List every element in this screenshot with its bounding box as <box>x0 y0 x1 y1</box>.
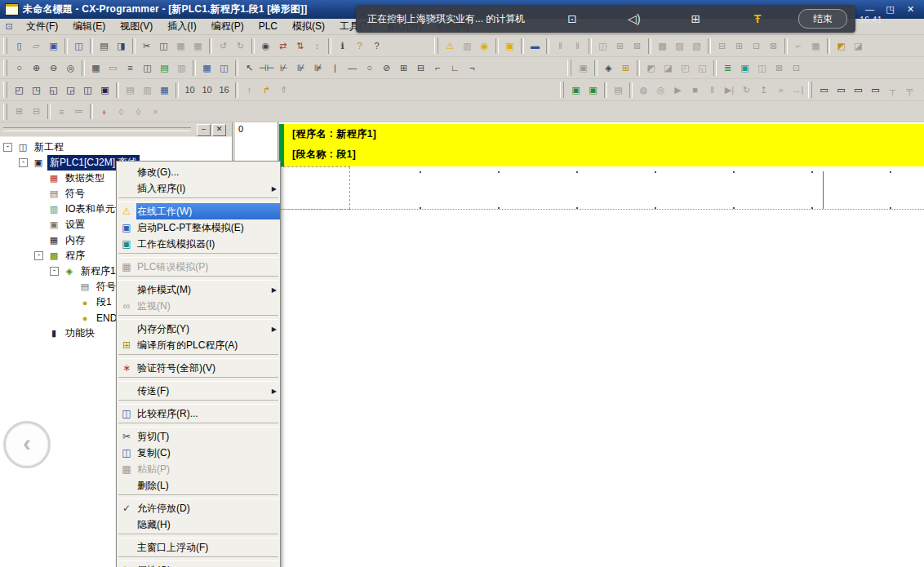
menu-item-start-plc-pt-simulation[interactable]: ▣ 启动PLC-PT整体模拟(E) <box>117 219 280 236</box>
watch-window-icon[interactable]: ⚠ <box>442 38 459 55</box>
decimal-display-icon[interactable]: 10 <box>181 82 198 99</box>
symbol-replace-icon[interactable]: ⇅ <box>291 38 309 55</box>
print-icon[interactable]: ▤ <box>96 38 113 55</box>
time-chart-icon[interactable]: ◩ <box>833 38 850 55</box>
menu-item-operation-mode[interactable]: 操作模式(M) ▶ <box>117 281 280 298</box>
end-session-button[interactable]: 结束 <box>798 9 847 29</box>
previous-window-icon[interactable]: ◫ <box>79 82 96 99</box>
menu-item-delete[interactable]: 删除(L) <box>117 477 280 494</box>
menu-item-insert-program[interactable]: 插入程序(I) ▶ <box>117 180 280 197</box>
hex-display-icon[interactable]: 16 <box>215 82 233 99</box>
replace-icon[interactable]: ⇄ <box>274 38 291 55</box>
context-help-icon[interactable]: ? <box>368 38 385 55</box>
block-end-icon[interactable]: ▭ <box>867 82 884 99</box>
vertical-line-icon[interactable]: | <box>327 60 344 77</box>
menu-item-compare-program[interactable]: ◫ 比较程序(R)... <box>117 405 280 422</box>
save-file-icon[interactable]: ▣ <box>45 38 62 55</box>
menu-item-verify-symbols-all[interactable]: ∗ 验证符号(全部)(V) <box>117 360 280 376</box>
block-program-icon[interactable]: ▭ <box>815 82 833 99</box>
tree-item-project[interactable]: - ◫ 新工程 <box>3 140 232 155</box>
menu-item-work-online-simulator[interactable]: ▣ 工作在线模拟器(I) <box>117 236 280 252</box>
compile-all-icon[interactable]: ⊞ <box>617 60 634 77</box>
ladder-cursor[interactable] <box>279 166 350 210</box>
menu-item-hide[interactable]: 隐藏(H) <box>117 516 280 533</box>
invert-icon[interactable]: ¬ <box>464 60 481 77</box>
tile-horizontal-icon[interactable]: ◳ <box>28 82 45 99</box>
zoom-tool-icon[interactable]: ○ <box>11 60 28 77</box>
zoom-in-icon[interactable]: ⊕ <box>28 60 45 77</box>
address-up-icon[interactable]: ↑ <box>241 82 258 99</box>
new-coil-icon[interactable]: ○ <box>361 60 378 77</box>
menu-item-memory-allocation[interactable]: 内存分配(Y) ▶ <box>117 321 280 337</box>
cascade-windows-icon[interactable]: ◰ <box>11 82 28 99</box>
menu-item-transfer[interactable]: 传送(F) ▶ <box>117 383 280 399</box>
symbol-table-icon[interactable]: ▤ <box>156 60 173 77</box>
menu-item-properties[interactable]: ✎ 属性(O) <box>117 562 280 567</box>
menu-item-allow-docking[interactable]: ✓ 允许停放(D) <box>117 500 280 516</box>
grid-view-icon[interactable]: ▦ <box>156 82 173 99</box>
minimize-button[interactable]: — <box>863 3 877 16</box>
panel-pin-button[interactable]: – <box>197 124 211 136</box>
ladder-view-icon[interactable]: ◫ <box>215 60 233 77</box>
zoom-fit-icon[interactable]: ◎ <box>62 60 79 77</box>
copy-icon[interactable]: ◫ <box>155 38 172 55</box>
watch-sheet-icon[interactable]: ▣ <box>736 60 753 77</box>
find-warning-icon[interactable]: ◉ <box>476 38 493 55</box>
ladder-rung-0[interactable] <box>279 166 924 209</box>
expand-toggle-icon[interactable]: - <box>19 158 28 167</box>
compare-icon[interactable]: ◫ <box>70 38 87 55</box>
mnemonic-view-icon[interactable]: ▦ <box>198 60 215 77</box>
address-jump-icon[interactable]: ↱ <box>258 82 275 99</box>
io-comment-icon[interactable]: ≣ <box>719 60 736 77</box>
transfer-warning-icon[interactable]: ▬ <box>526 38 544 55</box>
rung-list-icon[interactable]: ≡ <box>122 60 139 77</box>
menu-item-float-in-main-window[interactable]: 主窗口上浮动(F) <box>117 539 280 556</box>
controls-icon[interactable]: Ŧ <box>748 12 767 25</box>
sim-online-edit-icon[interactable]: ▣ <box>584 82 602 99</box>
sim-online-icon[interactable]: ▣ <box>567 82 584 99</box>
menu-plc[interactable]: PLC <box>251 19 285 34</box>
block-step-icon[interactable]: ▭ <box>833 82 850 99</box>
display-select-icon[interactable]: ⊞ <box>686 12 705 25</box>
zoom-out-icon[interactable]: ⊖ <box>45 60 62 77</box>
or-contact-icon[interactable]: ⊮ <box>292 60 309 77</box>
next-window-icon[interactable]: ▣ <box>96 82 113 99</box>
menu-program[interactable]: 编程(P) <box>204 19 251 34</box>
closed-coil-icon[interactable]: ⊘ <box>378 60 395 77</box>
grid-icon[interactable]: ▦ <box>87 60 104 77</box>
menu-item-work-online[interactable]: ⚠ 在线工作(W) <box>117 203 280 219</box>
about-icon[interactable]: ℹ <box>334 38 351 55</box>
compile-stack-icon[interactable]: ◈ <box>600 60 617 77</box>
instruction-detail-icon[interactable]: ⊟ <box>412 60 429 77</box>
rung-comment-icon[interactable]: ▭ <box>104 60 122 77</box>
print-preview-icon[interactable]: ◨ <box>113 38 130 55</box>
fullscreen-icon[interactable]: ⊡ <box>562 12 582 25</box>
tile-vertical-icon[interactable]: ◱ <box>45 82 62 99</box>
mdi-child-icon[interactable]: ⊡ <box>2 21 16 32</box>
arrange-icons-icon[interactable]: ◲ <box>62 82 79 99</box>
close-button[interactable]: ✕ <box>904 3 917 16</box>
rung-comment-header[interactable]: [程序名 : 新程序1] [段名称 : 段1] <box>279 124 924 166</box>
menu-item-cut[interactable]: ✂ 剪切(T) <box>117 428 280 445</box>
menu-file[interactable]: 文件(F) <box>19 19 65 34</box>
new-file-icon[interactable]: ▯ <box>11 38 28 55</box>
menu-insert[interactable]: 插入(I) <box>160 19 203 34</box>
open-file-icon[interactable]: ▱ <box>28 38 45 55</box>
speaker-icon[interactable]: ◁) <box>624 12 644 25</box>
block-define-icon[interactable]: ▭ <box>850 82 867 99</box>
menu-view[interactable]: 视图(V) <box>113 19 160 34</box>
cut-icon[interactable]: ✂ <box>138 38 155 55</box>
remote-back-button[interactable]: ‹ <box>3 421 51 468</box>
new-contact-icon[interactable]: ⊣⊢ <box>258 60 275 77</box>
panel-grip[interactable] <box>3 127 191 131</box>
menu-edit[interactable]: 编辑(E) <box>65 19 113 34</box>
expand-toggle-icon[interactable]: - <box>3 143 12 152</box>
restore-button[interactable]: ◳ <box>883 3 897 16</box>
connect-line-icon[interactable]: ∟ <box>446 60 464 77</box>
panel-close-button[interactable]: ✕ <box>212 124 226 136</box>
function-block-call-icon[interactable]: ⌐ <box>429 60 446 77</box>
instruction-icon[interactable]: ⊞ <box>395 60 412 77</box>
help-icon[interactable]: ? <box>351 38 368 55</box>
plc-warning-icon[interactable]: ▣ <box>501 38 518 55</box>
expand-toggle-icon[interactable]: - <box>34 251 43 260</box>
